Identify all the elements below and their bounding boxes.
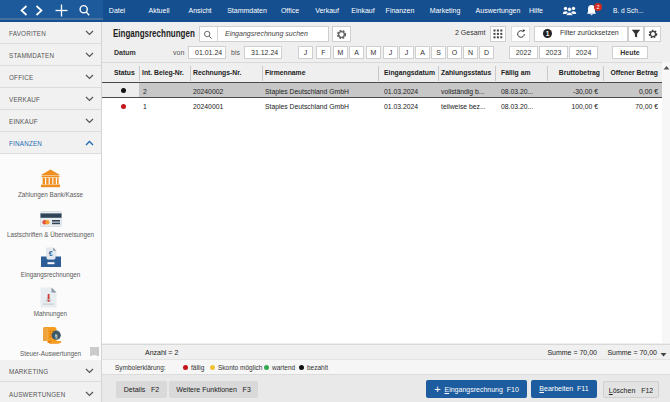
- svg-text:€: €: [49, 250, 53, 257]
- svg-text:§: §: [55, 332, 58, 339]
